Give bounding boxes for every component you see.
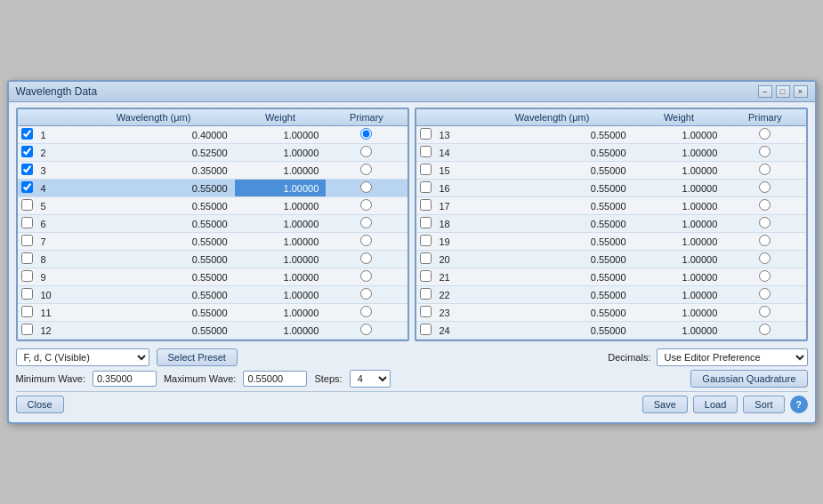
wavelength-value: 0.55000 (73, 268, 235, 286)
row-checkbox[interactable] (420, 306, 432, 317)
row-number: 17 (436, 197, 472, 215)
checkbox-cell (18, 268, 37, 286)
primary-radio[interactable] (759, 324, 771, 335)
row-checkbox[interactable] (420, 252, 432, 264)
right-header-wavelength: Wavelength (μm) (472, 109, 633, 126)
help-button[interactable]: ? (790, 396, 808, 413)
right-table-row: 140.550001.00000 (416, 144, 806, 162)
row-number: 13 (436, 126, 472, 144)
wavelength-value: 0.55000 (73, 286, 235, 304)
row-checkbox[interactable] (21, 128, 33, 140)
primary-radio[interactable] (759, 128, 771, 140)
row-checkbox[interactable] (420, 146, 432, 157)
primary-cell (724, 162, 805, 180)
primary-cell (724, 322, 805, 340)
max-wave-label: Maximum Wave: (164, 373, 237, 384)
preset-dropdown[interactable]: F, d, C (Visible)Custom (16, 348, 149, 366)
row-checkbox[interactable] (21, 252, 33, 264)
primary-radio[interactable] (759, 270, 771, 282)
primary-radio[interactable] (759, 306, 771, 317)
primary-radio[interactable] (360, 270, 372, 282)
primary-radio[interactable] (759, 181, 771, 193)
weight-value: 1.00000 (633, 251, 725, 268)
primary-radio[interactable] (360, 288, 372, 300)
primary-radio[interactable] (759, 217, 771, 228)
row-checkbox[interactable] (420, 235, 432, 246)
wavelength-value: 0.55000 (73, 304, 235, 322)
weight-value: 1.00000 (235, 126, 327, 144)
checkbox-cell (416, 215, 436, 233)
primary-radio[interactable] (360, 164, 372, 175)
load-button[interactable]: Load (693, 396, 738, 413)
row-checkbox[interactable] (420, 288, 432, 300)
row-checkbox[interactable] (420, 164, 432, 175)
row-checkbox[interactable] (21, 288, 33, 300)
min-wave-input[interactable] (93, 371, 157, 387)
primary-radio[interactable] (360, 217, 372, 228)
row-number: 9 (37, 268, 73, 286)
left-header-primary: Primary (326, 109, 407, 126)
wavelength-value: 0.55000 (472, 144, 633, 162)
row-checkbox[interactable] (21, 306, 33, 317)
checkbox-cell (416, 126, 436, 144)
row-checkbox[interactable] (420, 199, 432, 211)
close-button[interactable]: × (794, 85, 808, 98)
row-checkbox[interactable] (420, 181, 432, 193)
gaussian-quadrature-button[interactable]: Gaussian Quadrature (690, 370, 807, 388)
checkbox-cell (18, 162, 37, 180)
primary-radio[interactable] (360, 199, 372, 211)
row-checkbox[interactable] (21, 217, 33, 228)
select-preset-button[interactable]: Select Preset (157, 348, 238, 366)
row-checkbox[interactable] (21, 181, 33, 193)
primary-radio[interactable] (759, 164, 771, 175)
primary-radio[interactable] (360, 252, 372, 264)
row-checkbox[interactable] (21, 146, 33, 157)
primary-radio[interactable] (360, 128, 372, 140)
left-header-num (37, 109, 73, 126)
left-header-weight: Weight (235, 109, 327, 126)
checkbox-cell (18, 144, 37, 162)
right-table-row: 160.550001.00000 (416, 180, 806, 197)
row-checkbox[interactable] (420, 324, 432, 335)
left-table-row: 120.550001.00000 (18, 322, 407, 340)
row-checkbox[interactable] (21, 164, 33, 175)
right-table-row: 190.550001.00000 (416, 233, 806, 251)
primary-radio[interactable] (759, 235, 771, 246)
primary-radio[interactable] (360, 146, 372, 157)
weight-value: 1.00000 (235, 322, 327, 340)
row-checkbox[interactable] (21, 270, 33, 282)
primary-radio[interactable] (759, 146, 771, 157)
primary-radio[interactable] (360, 235, 372, 246)
row-number: 4 (37, 180, 73, 197)
row-checkbox[interactable] (21, 235, 33, 246)
minimize-button[interactable]: – (758, 85, 772, 98)
wavelength-value: 0.55000 (472, 286, 633, 304)
left-header-check (18, 109, 37, 126)
close-button-main[interactable]: Close (16, 396, 64, 413)
right-header-primary: Primary (724, 109, 805, 126)
row-checkbox[interactable] (420, 128, 432, 140)
weight-value: 1.00000 (633, 304, 725, 322)
sort-button[interactable]: Sort (743, 396, 784, 413)
max-wave-input[interactable] (243, 371, 307, 387)
wavelength-value: 0.35000 (73, 162, 235, 180)
primary-radio[interactable] (360, 181, 372, 193)
primary-radio[interactable] (759, 252, 771, 264)
primary-radio[interactable] (360, 306, 372, 317)
primary-radio[interactable] (360, 324, 372, 335)
decimals-dropdown[interactable]: Use Editor Preference456 (657, 348, 808, 366)
weight-value: 1.00000 (235, 162, 327, 180)
weight-value: 1.00000 (235, 197, 327, 215)
primary-cell (724, 251, 805, 268)
row-number: 10 (37, 286, 73, 304)
row-checkbox[interactable] (21, 324, 33, 335)
row-checkbox[interactable] (420, 270, 432, 282)
row-checkbox[interactable] (21, 199, 33, 211)
restore-button[interactable]: □ (776, 85, 790, 98)
row-number: 16 (436, 180, 472, 197)
primary-radio[interactable] (759, 288, 771, 300)
save-button[interactable]: Save (642, 396, 688, 413)
primary-radio[interactable] (759, 199, 771, 211)
row-checkbox[interactable] (420, 217, 432, 228)
steps-dropdown[interactable]: 481632 (350, 370, 391, 388)
